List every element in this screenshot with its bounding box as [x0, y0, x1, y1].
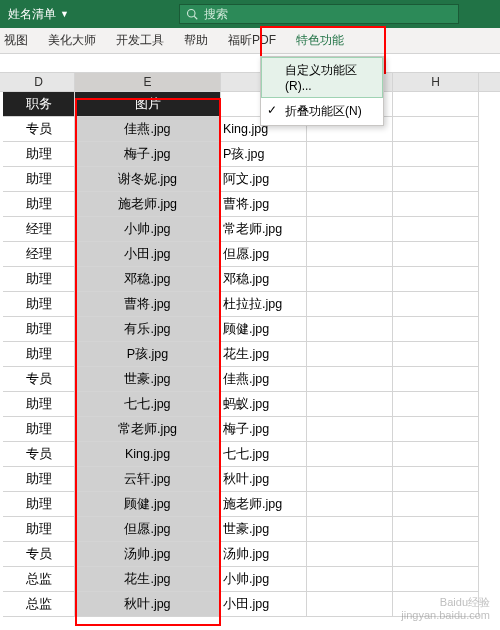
cell-D[interactable]: 助理 [3, 142, 75, 167]
cell-E[interactable]: 小帅.jpg [75, 217, 221, 242]
tab-view[interactable]: 视图 [0, 32, 38, 49]
cell-E[interactable]: King.jpg [75, 442, 221, 467]
cell-D[interactable]: 总监 [3, 592, 75, 617]
cell-F[interactable]: 小田.jpg [221, 592, 307, 617]
cell-D[interactable]: 助理 [3, 292, 75, 317]
cell-D[interactable]: 助理 [3, 517, 75, 542]
tab-help[interactable]: 帮助 [174, 32, 218, 49]
cell-F[interactable]: 秋叶.jpg [221, 467, 307, 492]
cell-G[interactable] [307, 442, 393, 467]
cell-E[interactable]: 谢冬妮.jpg [75, 167, 221, 192]
cell-H[interactable] [393, 267, 479, 292]
search-input[interactable]: 搜索 [179, 4, 459, 24]
cell-G[interactable] [307, 217, 393, 242]
cell-D[interactable]: 助理 [3, 492, 75, 517]
col-header-D[interactable]: D [3, 73, 75, 91]
cell-F[interactable]: 蚂蚁.jpg [221, 392, 307, 417]
cell-F[interactable]: 佳燕.jpg [221, 367, 307, 392]
cell-G[interactable] [307, 492, 393, 517]
cell-G[interactable] [307, 467, 393, 492]
cell-D[interactable]: 经理 [3, 242, 75, 267]
cell-H[interactable] [393, 517, 479, 542]
cell-H[interactable] [393, 417, 479, 442]
cell-F[interactable]: 小帅.jpg [221, 567, 307, 592]
cell-F[interactable]: 花生.jpg [221, 342, 307, 367]
cell-H[interactable] [393, 542, 479, 567]
cell-F[interactable]: 施老师.jpg [221, 492, 307, 517]
cell-E[interactable]: 邓稳.jpg [75, 267, 221, 292]
header-cell-E[interactable]: 图片 [75, 92, 221, 117]
tab-devtools[interactable]: 开发工具 [106, 32, 174, 49]
cell-E[interactable]: 顾健.jpg [75, 492, 221, 517]
cell-H[interactable] [393, 567, 479, 592]
cell-F[interactable]: 世豪.jpg [221, 517, 307, 542]
cell-D[interactable]: 助理 [3, 417, 75, 442]
cell-D[interactable]: 助理 [3, 392, 75, 417]
cell-G[interactable] [307, 542, 393, 567]
cell-E[interactable]: 有乐.jpg [75, 317, 221, 342]
cell-D[interactable]: 专员 [3, 442, 75, 467]
cell-H[interactable] [393, 142, 479, 167]
cell-G[interactable] [307, 142, 393, 167]
header-cell-D[interactable]: 职务 [3, 92, 75, 117]
cell-D[interactable]: 助理 [3, 342, 75, 367]
cell-D[interactable]: 助理 [3, 167, 75, 192]
cell-D[interactable]: 助理 [3, 317, 75, 342]
cell-D[interactable]: 助理 [3, 467, 75, 492]
cell-H[interactable] [393, 117, 479, 142]
col-header-E[interactable]: E [75, 73, 221, 91]
cell-G[interactable] [307, 192, 393, 217]
cell[interactable] [393, 92, 479, 117]
cell-F[interactable]: 常老师.jpg [221, 217, 307, 242]
cell-G[interactable] [307, 167, 393, 192]
menu-customize-ribbon[interactable]: 自定义功能区(R)... [261, 57, 383, 98]
cell-E[interactable]: 施老师.jpg [75, 192, 221, 217]
cell-D[interactable]: 助理 [3, 267, 75, 292]
cell-E[interactable]: 花生.jpg [75, 567, 221, 592]
cell-F[interactable]: 汤帅.jpg [221, 542, 307, 567]
cell-F[interactable]: 七七.jpg [221, 442, 307, 467]
cell-H[interactable] [393, 292, 479, 317]
cell-H[interactable] [393, 192, 479, 217]
cell-E[interactable]: 佳燕.jpg [75, 117, 221, 142]
cell-D[interactable]: 专员 [3, 367, 75, 392]
cell-G[interactable] [307, 267, 393, 292]
workbook-name[interactable]: 姓名清单 ▼ [8, 6, 69, 23]
cell-H[interactable] [393, 392, 479, 417]
cell-G[interactable] [307, 242, 393, 267]
cell-F[interactable]: 曹将.jpg [221, 192, 307, 217]
menu-collapse-ribbon[interactable]: 折叠功能区(N) [261, 98, 383, 125]
cell-G[interactable] [307, 292, 393, 317]
cell-E[interactable]: 但愿.jpg [75, 517, 221, 542]
cell-F[interactable]: P孩.jpg [221, 142, 307, 167]
cell-F[interactable]: 邓稳.jpg [221, 267, 307, 292]
cell-H[interactable] [393, 492, 479, 517]
cell-E[interactable]: 秋叶.jpg [75, 592, 221, 617]
cell-D[interactable]: 助理 [3, 192, 75, 217]
cell-H[interactable] [393, 217, 479, 242]
cell-G[interactable] [307, 342, 393, 367]
cell-D[interactable]: 专员 [3, 542, 75, 567]
cell-G[interactable] [307, 517, 393, 542]
cell-E[interactable]: 汤帅.jpg [75, 542, 221, 567]
cell-E[interactable]: 小田.jpg [75, 242, 221, 267]
cell-H[interactable] [393, 242, 479, 267]
cell-F[interactable]: 梅子.jpg [221, 417, 307, 442]
cell-H[interactable] [393, 167, 479, 192]
cell-D[interactable]: 总监 [3, 567, 75, 592]
cell-F[interactable]: 阿文.jpg [221, 167, 307, 192]
cell-G[interactable] [307, 567, 393, 592]
col-header-H[interactable]: H [393, 73, 479, 91]
cell-G[interactable] [307, 392, 393, 417]
cell-G[interactable] [307, 367, 393, 392]
cell-F[interactable]: 杜拉拉.jpg [221, 292, 307, 317]
cell-F[interactable]: 但愿.jpg [221, 242, 307, 267]
cell-G[interactable] [307, 592, 393, 617]
cell-G[interactable] [307, 317, 393, 342]
cell-F[interactable]: 顾健.jpg [221, 317, 307, 342]
cell-E[interactable]: 世豪.jpg [75, 367, 221, 392]
cell-E[interactable]: 常老师.jpg [75, 417, 221, 442]
cell-H[interactable] [393, 342, 479, 367]
tab-foxitpdf[interactable]: 福昕PDF [218, 32, 286, 49]
cell-E[interactable]: 曹将.jpg [75, 292, 221, 317]
